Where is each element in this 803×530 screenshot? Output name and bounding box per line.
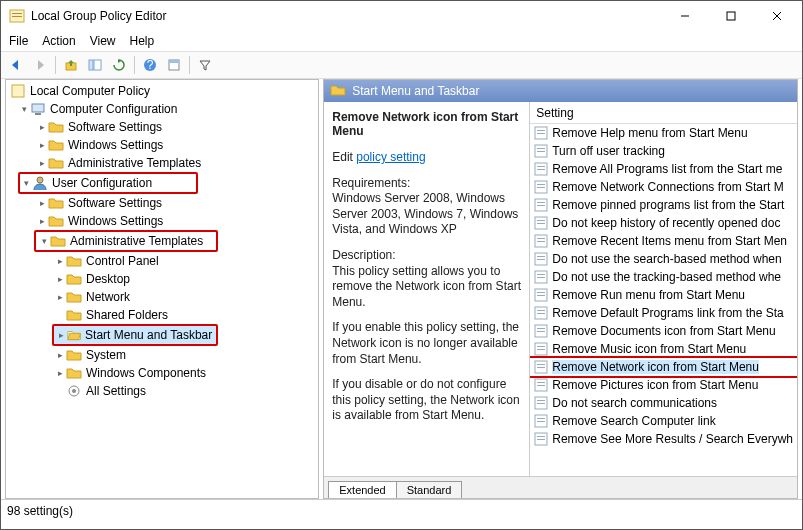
list-item[interactable]: Remove Recent Items menu from Start Men: [530, 232, 797, 250]
chevron-right-icon[interactable]: ▸: [36, 198, 48, 208]
svg-rect-48: [537, 292, 545, 293]
list-item[interactable]: Remove See More Results / Search Everywh: [530, 430, 797, 448]
list-item-label: Remove Documents icon from Start Menu: [552, 324, 775, 338]
properties-button[interactable]: [163, 54, 185, 76]
list-column-header[interactable]: Setting: [530, 102, 797, 124]
tab-standard[interactable]: Standard: [396, 481, 463, 498]
close-button[interactable]: [754, 1, 800, 31]
policy-item-icon: [534, 432, 548, 446]
tree-shared[interactable]: Shared Folders: [6, 306, 318, 324]
svg-rect-21: [537, 130, 545, 131]
list-body[interactable]: Remove Help menu from Start MenuTurn off…: [530, 124, 797, 476]
list-item-label: Remove Search Computer link: [552, 414, 715, 428]
svg-rect-34: [537, 205, 545, 206]
folder-icon: [66, 307, 82, 323]
svg-point-19: [72, 389, 76, 393]
menu-action[interactable]: Action: [42, 34, 75, 48]
list-item[interactable]: Do not use the tracking-based method whe: [530, 268, 797, 286]
show-hide-tree-button[interactable]: [84, 54, 106, 76]
tree-uc-admin[interactable]: ▾Administrative Templates: [36, 232, 216, 250]
tree-user-config[interactable]: ▾ User Configuration: [20, 174, 196, 192]
chevron-right-icon[interactable]: ▸: [36, 140, 48, 150]
list-item[interactable]: Remove Documents icon from Start Menu: [530, 322, 797, 340]
list-item[interactable]: Remove Run menu from Start Menu: [530, 286, 797, 304]
svg-rect-9: [94, 60, 101, 70]
help-button[interactable]: ?: [139, 54, 161, 76]
svg-rect-4: [727, 12, 735, 20]
refresh-button[interactable]: [108, 54, 130, 76]
list-item-label: Do not keep history of recently opened d…: [552, 216, 780, 230]
svg-rect-52: [537, 313, 545, 314]
tree-wincomp[interactable]: ▸Windows Components: [6, 364, 318, 382]
chevron-right-icon[interactable]: ▸: [36, 216, 48, 226]
tree-pane[interactable]: Local Computer Policy ▾ Computer Configu…: [5, 79, 319, 499]
chevron-right-icon[interactable]: ▸: [54, 350, 66, 360]
menu-file[interactable]: File: [9, 34, 28, 48]
tab-extended[interactable]: Extended: [328, 481, 396, 498]
minimize-button[interactable]: [662, 1, 708, 31]
menu-help[interactable]: Help: [130, 34, 155, 48]
svg-rect-42: [537, 256, 545, 257]
list-item[interactable]: Do not search communications: [530, 394, 797, 412]
policy-item-icon: [534, 198, 548, 212]
svg-rect-64: [537, 385, 545, 386]
back-button[interactable]: [5, 54, 27, 76]
list-item[interactable]: Remove Default Programs link from the St…: [530, 304, 797, 322]
list-item[interactable]: Remove Network Connections from Start M: [530, 178, 797, 196]
policy-item-icon: [534, 378, 548, 392]
tree-network[interactable]: ▸Network: [6, 288, 318, 306]
tree-computer-config[interactable]: ▾ Computer Configuration: [6, 100, 318, 118]
list-item[interactable]: Remove All Programs list from the Start …: [530, 160, 797, 178]
chevron-right-icon[interactable]: ▸: [54, 292, 66, 302]
tree-start-menu[interactable]: ▸Start Menu and Taskbar: [54, 326, 216, 344]
folder-icon: [330, 82, 346, 101]
chevron-down-icon[interactable]: ▾: [20, 178, 32, 188]
tree-cc-software[interactable]: ▸Software Settings: [6, 118, 318, 136]
tree-control-panel[interactable]: ▸Control Panel: [6, 252, 318, 270]
policy-item-icon: [534, 306, 548, 320]
svg-rect-22: [537, 133, 545, 134]
svg-rect-70: [537, 421, 545, 422]
folder-icon: [66, 347, 82, 363]
chevron-down-icon[interactable]: ▾: [38, 236, 50, 246]
chevron-right-icon[interactable]: ▸: [56, 330, 67, 340]
user-icon: [32, 175, 48, 191]
maximize-button[interactable]: [708, 1, 754, 31]
chevron-down-icon[interactable]: ▾: [18, 104, 30, 114]
computer-icon: [30, 101, 46, 117]
list-item[interactable]: Remove Help menu from Start Menu: [530, 124, 797, 142]
chevron-right-icon[interactable]: ▸: [54, 368, 66, 378]
list-item[interactable]: Remove Music icon from Start Menu: [530, 340, 797, 358]
tree-uc-software[interactable]: ▸Software Settings: [6, 194, 318, 212]
list-item[interactable]: Remove Pictures icon from Start Menu: [530, 376, 797, 394]
svg-rect-24: [537, 148, 545, 149]
list-item[interactable]: Remove pinned programs list from the Sta…: [530, 196, 797, 214]
list-item-label: Remove Music icon from Start Menu: [552, 342, 746, 356]
tree-system[interactable]: ▸System: [6, 346, 318, 364]
chevron-right-icon[interactable]: ▸: [36, 122, 48, 132]
menu-view[interactable]: View: [90, 34, 116, 48]
list-item[interactable]: Turn off user tracking: [530, 142, 797, 160]
folder-icon: [48, 155, 64, 171]
tree-uc-windows[interactable]: ▸Windows Settings: [6, 212, 318, 230]
tree-cc-admin[interactable]: ▸Administrative Templates: [6, 154, 318, 172]
svg-rect-33: [537, 202, 545, 203]
tree-root[interactable]: Local Computer Policy: [6, 82, 318, 100]
tree-desktop[interactable]: ▸Desktop: [6, 270, 318, 288]
list-item[interactable]: Remove Network icon from Start Menu: [530, 358, 797, 376]
chevron-right-icon[interactable]: ▸: [54, 274, 66, 284]
svg-rect-72: [537, 436, 545, 437]
chevron-right-icon[interactable]: ▸: [54, 256, 66, 266]
list-item[interactable]: Do not keep history of recently opened d…: [530, 214, 797, 232]
svg-rect-57: [537, 346, 545, 347]
filter-button[interactable]: [194, 54, 216, 76]
policy-edit-link[interactable]: policy setting: [356, 150, 425, 164]
tree-all-settings[interactable]: All Settings: [6, 382, 318, 400]
chevron-right-icon[interactable]: ▸: [36, 158, 48, 168]
tree-cc-windows[interactable]: ▸Windows Settings: [6, 136, 318, 154]
list-item[interactable]: Do not use the search-based method when: [530, 250, 797, 268]
list-item-label: Remove Help menu from Start Menu: [552, 126, 747, 140]
up-button[interactable]: [60, 54, 82, 76]
list-item[interactable]: Remove Search Computer link: [530, 412, 797, 430]
forward-button[interactable]: [29, 54, 51, 76]
